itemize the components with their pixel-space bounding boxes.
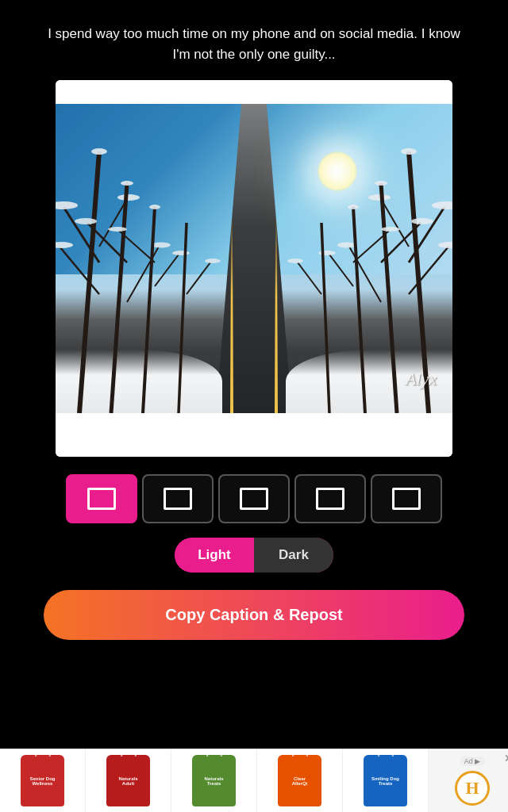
ad-item-3[interactable]: NaturalsTreats xyxy=(171,749,257,813)
frame-option-5[interactable] xyxy=(371,474,442,523)
ad-item-4[interactable]: ClearAllerQi xyxy=(257,749,343,813)
light-theme-button[interactable]: Light xyxy=(175,538,254,573)
dark-theme-button[interactable]: Dark xyxy=(254,538,333,573)
frame-option-4[interactable] xyxy=(294,474,366,523)
ad-item-5[interactable]: Smiling DogTreats xyxy=(343,749,429,813)
image-top-padding xyxy=(56,80,452,104)
frame-icon-1 xyxy=(87,488,116,510)
frame-icon-4 xyxy=(316,488,344,510)
ad-product-5: Smiling DogTreats xyxy=(364,755,407,806)
frame-option-2[interactable] xyxy=(142,474,214,523)
frame-icon-5 xyxy=(392,488,421,510)
ad-product-2: NaturalsAdult xyxy=(106,755,150,806)
frames-row xyxy=(0,474,508,523)
frame-option-3[interactable] xyxy=(218,474,290,523)
frame-icon-3 xyxy=(240,488,268,510)
ad-logo-area: Ad ▶ H ✕ xyxy=(429,749,508,813)
photo-card: Alyx xyxy=(56,80,452,457)
copy-btn-container: Copy Caption & Repost xyxy=(0,590,508,640)
ad-badge: Ad ▶ xyxy=(460,756,485,766)
copy-caption-repost-button[interactable]: Copy Caption & Repost xyxy=(44,590,464,640)
ad-items: Senior DogWellness NaturalsAdult Natural… xyxy=(0,749,508,812)
ad-item-2[interactable]: NaturalsAdult xyxy=(86,749,171,813)
ad-logo: H xyxy=(455,771,490,806)
ad-product-4: ClearAllerQi xyxy=(278,755,321,806)
ad-item-1[interactable]: Senior DogWellness xyxy=(0,749,86,813)
svg-rect-46 xyxy=(56,104,452,413)
frame-icon-2 xyxy=(164,488,192,510)
caption-text: I spend way too much time on my phone an… xyxy=(0,0,508,80)
ad-banner: Senior DogWellness NaturalsAdult Natural… xyxy=(0,749,508,812)
trees-overlay xyxy=(56,104,452,413)
toggle-container: Light Dark xyxy=(175,538,333,573)
ad-close-button[interactable]: ✕ xyxy=(504,753,508,764)
ad-product-3: NaturalsTreats xyxy=(192,755,236,806)
theme-toggle: Light Dark xyxy=(0,538,508,573)
photo: Alyx xyxy=(56,104,452,413)
image-bottom-padding xyxy=(56,413,452,457)
watermark: Alyx xyxy=(406,369,437,389)
frame-option-1[interactable] xyxy=(66,474,137,523)
ad-product-1: Senior DogWellness xyxy=(21,755,64,806)
